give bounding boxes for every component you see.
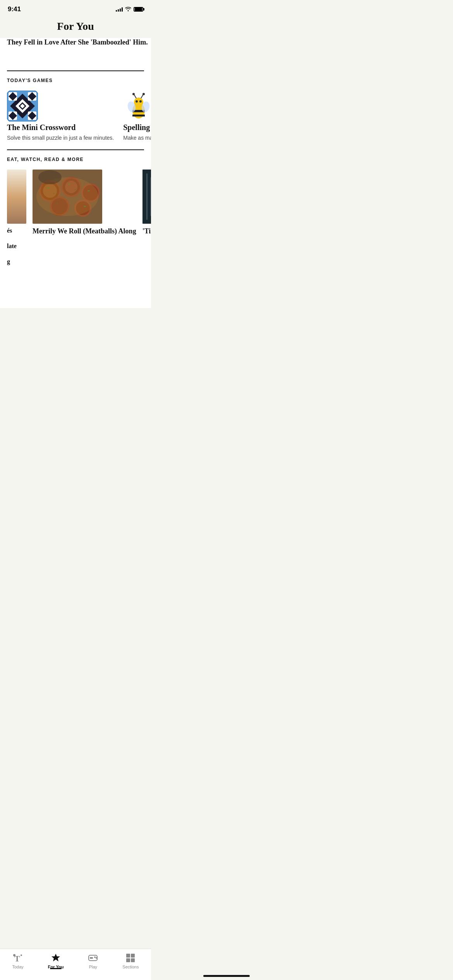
wifi-icon [125,6,131,13]
svg-rect-16 [132,115,145,117]
svg-point-18 [134,98,143,107]
mini-crossword-icon [7,91,38,122]
eat-card-meatballs[interactable]: Merrily We Roll (Meatballs) Along [33,170,136,266]
eat-section-label: EAT, WATCH, READ & MORE [7,157,84,162]
svg-point-22 [142,93,145,95]
games-section-label: TODAY'S GAMES [7,78,53,83]
game-card-spelling-bee[interactable]: Spelling Bee Make as many words as you c… [123,91,151,142]
svg-point-23 [136,100,138,103]
eat-image-meatballs [33,170,102,224]
games-scroll[interactable]: The Mini Crossword Solve this small puzz… [0,87,151,150]
svg-rect-73 [150,177,151,216]
eat-card-sarah-jarosz[interactable]: 'Tired of Being Quiet,' Sarah Jarosz Tes… [142,170,151,266]
article-card-1[interactable]: They Fell in Love After She 'Bamboozled'… [7,38,148,64]
svg-point-20 [132,93,135,95]
game-title-mini-crossword: The Mini Crossword [7,123,114,132]
page-title: For You [8,20,143,33]
status-bar: 9:41 [0,0,151,16]
game-title-spelling-bee: Spelling Bee [123,123,151,132]
svg-point-60 [38,170,62,184]
svg-point-24 [139,100,142,103]
top-articles-scroll[interactable]: They Fell in Love After She 'Bamboozled'… [0,38,151,70]
eat-card-partial-left[interactable]: éslateg [7,170,26,266]
spelling-bee-icon [123,91,151,122]
games-section-header: TODAY'S GAMES [0,71,151,87]
battery-icon [134,7,143,12]
eat-image-sarah-jarosz [142,170,151,224]
eat-scroll[interactable]: éslateg [0,166,151,273]
status-time: 9:41 [8,5,21,13]
game-desc-spelling-bee: Make as many words as you can with 7 let… [123,134,151,142]
signal-icon [116,7,123,12]
game-desc-mini-crossword: Solve this small puzzle in just a few mi… [7,134,114,142]
article-title-1: They Fell in Love After She 'Bamboozled'… [7,38,148,46]
status-icons [116,6,143,13]
eat-partial-title-left: éslateg [7,227,26,266]
eat-partial-image-left [7,170,26,224]
svg-rect-72 [146,173,148,220]
eat-section-header: EAT, WATCH, READ & MORE [0,150,151,166]
page-header: For You [0,16,151,38]
svg-line-21 [141,94,143,98]
eat-title-sarah-jarosz: 'Tired of Being Quiet,' Sarah Jarosz Tes… [142,227,151,236]
game-card-mini-crossword[interactable]: The Mini Crossword Solve this small puzz… [7,91,114,142]
svg-line-19 [134,94,136,98]
eat-title-meatballs: Merrily We Roll (Meatballs) Along [33,227,136,236]
main-content: They Fell in Love After She 'Bamboozled'… [0,38,151,308]
